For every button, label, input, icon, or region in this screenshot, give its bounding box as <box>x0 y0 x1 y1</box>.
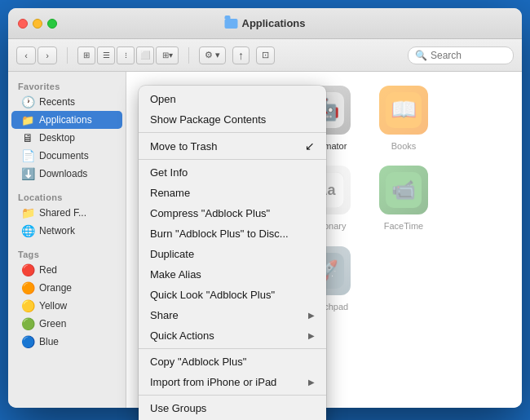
sidebar-item-label: Documents <box>39 150 89 161</box>
menu-item-show-package[interactable]: Show Package Contents <box>139 109 326 130</box>
app-label: Books <box>391 140 417 152</box>
shared-icon: 📁 <box>21 206 34 219</box>
recents-icon: 🕐 <box>21 95 34 108</box>
forward-button[interactable]: › <box>38 46 57 64</box>
app-icon-wrapper: 📹 <box>378 164 430 216</box>
view-dropdown-button[interactable]: ⊞▾ <box>156 46 179 64</box>
applications-icon: 📁 <box>21 113 34 126</box>
context-menu: Open Show Package Contents Move to Trash… <box>139 86 326 420</box>
documents-icon: 📄 <box>21 149 34 162</box>
sidebar-item-shared[interactable]: 📁 Shared F... <box>11 204 122 222</box>
svg-text:📖: 📖 <box>391 96 417 122</box>
menu-separator <box>139 395 326 396</box>
svg-text:📹: 📹 <box>391 178 416 201</box>
minimize-button[interactable] <box>33 19 42 29</box>
back-button[interactable]: ‹ <box>16 46 36 64</box>
search-input[interactable] <box>431 50 506 61</box>
trash-arrow-icon: ↙ <box>305 139 315 153</box>
sidebar-item-blue[interactable]: 🔵 Blue <box>11 333 122 351</box>
app-item-books[interactable]: 📖 Books <box>371 84 436 152</box>
window-title: Applications <box>224 17 305 29</box>
share-button[interactable]: ↑ <box>232 46 250 64</box>
search-bar[interactable]: 🔍 <box>408 46 514 64</box>
menu-item-quick-actions[interactable]: Quick Actions ▶ <box>139 325 326 346</box>
menu-item-make-alias[interactable]: Make Alias <box>139 264 326 285</box>
nav-buttons: ‹ › <box>16 46 57 64</box>
submenu-arrow-icon: ▶ <box>308 311 315 320</box>
menu-item-use-groups[interactable]: Use Groups <box>139 398 326 418</box>
separator2 <box>188 47 189 64</box>
submenu-arrow-icon: ▶ <box>308 331 315 340</box>
menu-item-rename[interactable]: Rename <box>139 183 326 203</box>
sidebar-item-yellow[interactable]: 🟡 Yellow <box>11 297 122 315</box>
downloads-icon: ⬇️ <box>21 167 34 180</box>
action-button[interactable]: ⚙ ▾ <box>199 46 226 64</box>
menu-item-duplicate[interactable]: Duplicate <box>139 244 326 264</box>
arrange-button[interactable]: ⊡ <box>256 46 275 64</box>
sidebar-item-label: Shared F... <box>39 207 86 219</box>
sidebar-item-label: Red <box>39 264 57 276</box>
sidebar-favorites-header: Favorites <box>8 78 126 93</box>
yellow-tag-icon: 🟡 <box>21 299 34 312</box>
sidebar-tags-header: Tags <box>8 246 126 261</box>
books-icon: 📖 <box>379 86 428 135</box>
sidebar-locations-header: Locations <box>8 189 126 204</box>
icon-view-button[interactable]: ⊞ <box>77 46 95 64</box>
toolbar: ‹ › ⊞ ☰ ⫶ ⬜ ⊞▾ ⚙ ▾ ↑ ⊡ 🔍 <box>8 39 522 72</box>
app-icon-wrapper: 📖 <box>378 84 430 136</box>
maximize-button[interactable] <box>47 19 57 29</box>
desktop-icon: 🖥 <box>21 131 34 144</box>
sidebar-item-label: Recents <box>39 96 75 108</box>
menu-item-import[interactable]: Import from iPhone or iPad ▶ <box>139 372 326 392</box>
red-tag-icon: 🔴 <box>21 263 34 276</box>
menu-item-get-info[interactable]: Get Info <box>139 162 326 183</box>
folder-icon <box>224 19 237 29</box>
submenu-arrow-icon: ▶ <box>308 378 315 387</box>
menu-item-compress[interactable]: Compress "Adblock Plus" <box>139 203 326 223</box>
sidebar-item-label: Blue <box>39 336 59 347</box>
sidebar-item-downloads[interactable]: ⬇️ Downloads <box>11 165 122 183</box>
sidebar-item-orange[interactable]: 🟠 Orange <box>11 279 122 297</box>
sidebar-item-recents[interactable]: 🕐 Recents <box>11 93 122 111</box>
blue-tag-icon: 🔵 <box>21 335 34 348</box>
green-tag-icon: 🟢 <box>21 317 34 330</box>
sidebar-item-desktop[interactable]: 🖥 Desktop <box>11 129 122 147</box>
search-icon: 🔍 <box>415 50 427 61</box>
sidebar-item-network[interactable]: 🌐 Network <box>11 222 122 240</box>
menu-item-open[interactable]: Open <box>139 89 326 109</box>
menu-item-burn[interactable]: Burn "Adblock Plus" to Disc... <box>139 223 326 244</box>
list-view-button[interactable]: ☰ <box>97 46 115 64</box>
sidebar-item-label: Orange <box>39 282 72 294</box>
facetime-icon: 📹 <box>379 166 428 214</box>
menu-separator <box>139 132 326 133</box>
network-icon: 🌐 <box>21 224 34 237</box>
orange-tag-icon: 🟠 <box>21 281 34 294</box>
separator <box>67 47 68 64</box>
sidebar-item-green[interactable]: 🟢 Green <box>11 315 122 333</box>
app-item-facetime[interactable]: 📹 FaceTime <box>371 164 436 232</box>
sidebar-item-label: Yellow <box>39 300 67 312</box>
menu-separator <box>139 159 326 160</box>
sidebar-item-label: Network <box>39 225 75 237</box>
menu-separator <box>139 348 326 349</box>
menu-item-move-trash[interactable]: Move to Trash ↙ <box>139 135 326 157</box>
menu-item-quick-look[interactable]: Quick Look "Adblock Plus" <box>139 285 326 305</box>
menu-item-copy[interactable]: Copy "Adblock Plus" <box>139 351 326 372</box>
app-label: FaceTime <box>384 220 424 232</box>
menu-item-share[interactable]: Share ▶ <box>139 305 326 325</box>
sidebar-item-red[interactable]: 🔴 Red <box>11 261 122 279</box>
sidebar: Favorites 🕐 Recents 📁 Applications 🖥 Des… <box>8 72 126 408</box>
sidebar-item-label: Green <box>39 318 66 329</box>
traffic-lights <box>18 19 57 29</box>
sidebar-item-documents[interactable]: 📄 Documents <box>11 147 122 165</box>
sidebar-item-label: Desktop <box>39 132 75 144</box>
view-buttons: ⊞ ☰ ⫶ ⬜ ⊞▾ <box>77 46 179 64</box>
sidebar-item-label: Downloads <box>39 168 87 179</box>
sidebar-item-applications[interactable]: 📁 Applications <box>11 111 122 129</box>
column-view-button[interactable]: ⫶ <box>117 46 135 64</box>
title-bar: Applications <box>8 8 522 39</box>
close-button[interactable] <box>18 19 28 29</box>
gallery-view-button[interactable]: ⬜ <box>136 46 154 64</box>
sidebar-item-label: Applications <box>39 114 92 126</box>
